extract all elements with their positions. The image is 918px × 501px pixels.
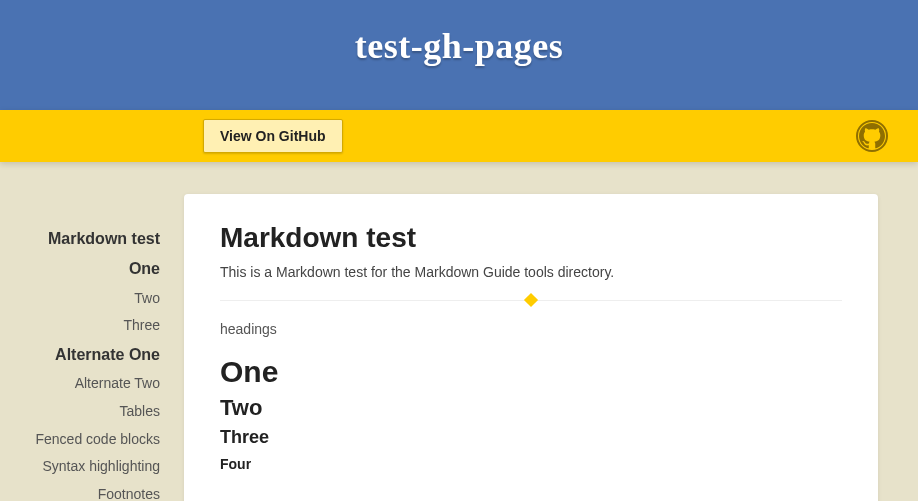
view-on-github-button[interactable]: View On GitHub <box>203 119 343 153</box>
sample-heading-1: One <box>220 355 842 389</box>
article-title: Markdown test <box>220 222 842 254</box>
section-label-headings: headings <box>220 321 842 337</box>
github-icon[interactable] <box>856 120 888 152</box>
divider-ornament <box>220 300 842 301</box>
toc-item[interactable]: Footnotes <box>0 481 184 501</box>
action-banner: View On GitHub <box>0 110 918 162</box>
toc-item[interactable]: Alternate Two <box>0 370 184 398</box>
sample-heading-2: Two <box>220 395 842 421</box>
article-card: Markdown test This is a Markdown test fo… <box>184 194 878 501</box>
toc-sidebar: Markdown testOneTwoThreeAlternate OneAlt… <box>0 194 184 501</box>
toc-item[interactable]: One <box>0 254 184 284</box>
toc-item[interactable]: Three <box>0 312 184 340</box>
toc-item[interactable]: Alternate One <box>0 340 184 370</box>
toc-item[interactable]: Fenced code blocks <box>0 426 184 454</box>
toc-item[interactable]: Syntax highlighting <box>0 453 184 481</box>
sample-heading-3: Three <box>220 427 842 448</box>
toc-item[interactable]: Markdown test <box>0 224 184 254</box>
toc-item[interactable]: Tables <box>0 398 184 426</box>
sample-heading-4: Four <box>220 456 842 472</box>
site-title: test-gh-pages <box>355 25 563 67</box>
hero-banner: test-gh-pages <box>0 0 918 110</box>
toc-item[interactable]: Two <box>0 285 184 313</box>
article-description: This is a Markdown test for the Markdown… <box>220 264 842 280</box>
